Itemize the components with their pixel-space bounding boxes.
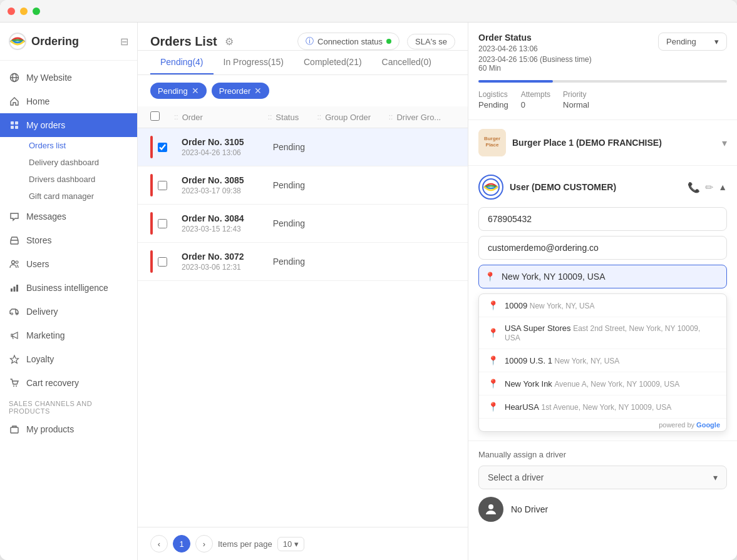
pin-icon-2: 📍 (488, 355, 498, 365)
order-status-3072: Pending (273, 257, 316, 267)
select-driver-dropdown[interactable]: Select a driver ▾ (478, 466, 727, 489)
autocomplete-main-0: 10009 New York, NY, USA (505, 301, 595, 310)
items-per-page-control: Items per page 10 ▾ (218, 537, 304, 551)
order-date-2: 2023-04-26 15:06 (Business time) (478, 55, 592, 64)
minimize-button[interactable] (20, 8, 28, 15)
tab-cancelled[interactable]: Cancelled(0) (372, 51, 441, 74)
per-page-chevron: ▾ (294, 539, 299, 549)
customer-chevron-up-icon[interactable]: ▲ (718, 182, 727, 192)
autocomplete-content-4: HearUSA 1st Avenue, New York, NY 10009, … (505, 402, 671, 412)
sidebar-item-marketing[interactable]: Marketing (0, 323, 137, 347)
franchise-name: Burger Place 1 (DEMO FRANCHISE) (512, 138, 716, 148)
orders-header: Orders List ⚙ ⓘ Connection status SLA's … (138, 23, 468, 51)
franchise-chevron-icon[interactable]: ▾ (722, 137, 727, 149)
tab-pending[interactable]: Pending(4) (150, 51, 214, 74)
attempts-item: Attempts 0 (521, 90, 550, 109)
ordering-logo-icon (9, 33, 26, 50)
edit-icon[interactable]: ✏ (705, 181, 713, 193)
customer-phone-field[interactable]: 678905432 (478, 207, 727, 231)
cart-icon (9, 377, 20, 389)
sidebar-item-loyalty[interactable]: Loyalty (0, 347, 137, 371)
address-input[interactable] (478, 265, 727, 288)
tab-in-progress[interactable]: In Progress(15) (214, 51, 294, 74)
sidebar-item-drivers-dashboard[interactable]: Drivers dashboard (20, 171, 137, 188)
svg-point-14 (11, 313, 13, 315)
customer-details: 678905432 customerdemo@ordering.co 📍 📍 (478, 207, 727, 432)
sidebar-item-my-orders[interactable]: My orders (0, 113, 137, 137)
autocomplete-item-0[interactable]: 📍 10009 New York, NY, USA (479, 294, 726, 317)
address-input-row: 📍 (478, 265, 727, 288)
page-1-button[interactable]: 1 (173, 535, 190, 552)
order-status-dropdown[interactable]: Pending ▾ (658, 33, 727, 51)
sidebar-item-stores[interactable]: Stores (0, 228, 137, 252)
title-bar (0, 0, 737, 23)
customer-email-field[interactable]: customerdemo@ordering.co (478, 236, 727, 260)
autocomplete-item-2[interactable]: 📍 10009 U.S. 1 New York, NY, USA (479, 349, 726, 372)
sidebar-item-messages[interactable]: Messages (0, 205, 137, 228)
sidebar-item-business-intelligence[interactable]: Business intelligence (0, 276, 137, 300)
pending-filter-chip[interactable]: Pending ✕ (150, 83, 207, 99)
close-button[interactable] (8, 8, 15, 15)
sidebar-item-my-products[interactable]: My products (0, 417, 137, 441)
sidebar-item-my-website[interactable]: My Website (0, 66, 137, 89)
order-check-3105 (158, 143, 177, 152)
customer-name: User (DEMO CUSTOMER) (510, 182, 681, 192)
sidebar-item-home[interactable]: Home (0, 89, 137, 113)
tab-completed[interactable]: Completed(21) (294, 51, 372, 74)
next-page-button[interactable]: › (195, 535, 213, 552)
pending-filter-label: Pending (158, 86, 188, 96)
connection-status-badge[interactable]: ⓘ Connection status (297, 33, 399, 50)
maximize-button[interactable] (33, 8, 40, 15)
app-body: Ordering ⊟ My Website (0, 23, 737, 560)
progress-fill (478, 80, 553, 83)
sidebar-item-business-intelligence-label: Business intelligence (26, 283, 108, 293)
per-page-select[interactable]: 10 ▾ (277, 537, 304, 551)
globe-icon (9, 72, 20, 83)
settings-icon[interactable]: ⚙ (225, 36, 234, 48)
order-row-3085[interactable]: Order No. 3085 2023-03-17 09:38 Pending (138, 166, 468, 205)
prev-page-button[interactable]: ‹ (150, 535, 168, 552)
pin-icon-1: 📍 (488, 328, 498, 338)
sla-badge: SLA's se (407, 34, 455, 49)
status-header-row: Order Status 2023-04-26 13:06 2023-04-26… (478, 33, 727, 73)
sidebar-collapse-button[interactable]: ⊟ (120, 36, 128, 48)
order-date-1: 2023-04-26 13:06 (478, 44, 592, 53)
sales-channels-section-label: Sales channels and products (0, 395, 137, 417)
sidebar-item-delivery[interactable]: Delivery (0, 300, 137, 323)
phone-icon[interactable]: 📞 (688, 181, 700, 193)
svg-rect-4 (11, 121, 14, 125)
logo-text: Ordering (31, 35, 79, 48)
sidebar-item-cart-recovery[interactable]: Cart recovery (0, 371, 137, 395)
sidebar-item-messages-label: Messages (26, 211, 66, 221)
order-date-3085: 2023-03-17 09:38 (182, 186, 268, 195)
order-checkbox-3105[interactable] (158, 143, 167, 152)
logistics-value: Pending (478, 100, 508, 109)
order-number-3084: Order No. 3084 (182, 213, 268, 223)
order-checkbox-3084[interactable] (158, 219, 167, 228)
pagination-row: ‹ 1 › Items per page 10 ▾ (138, 527, 468, 560)
order-row-3084[interactable]: Order No. 3084 2023-03-15 12:43 Pending (138, 205, 468, 243)
sidebar-item-delivery-dashboard[interactable]: Delivery dashboard (20, 154, 137, 171)
pin-icon-3: 📍 (488, 379, 498, 389)
preorder-filter-chip[interactable]: Preorder ✕ (212, 83, 270, 99)
autocomplete-item-1[interactable]: 📍 USA Super Stores East 2nd Street, New … (479, 317, 726, 349)
preorder-filter-remove[interactable]: ✕ (254, 86, 262, 96)
order-checkbox-3072[interactable] (158, 257, 167, 267)
order-checkbox-3085[interactable] (158, 181, 167, 190)
sidebar-item-marketing-label: Marketing (26, 330, 64, 340)
sidebar-item-orders-list[interactable]: Orders list (20, 137, 137, 154)
order-row-3072[interactable]: Order No. 3072 2023-03-06 12:31 Pending (138, 243, 468, 281)
order-status-title: Order Status (478, 33, 592, 43)
order-indicator-3072 (150, 250, 153, 273)
order-row-3105[interactable]: Order No. 3105 2023-04-26 13:06 Pending (138, 128, 468, 166)
autocomplete-item-4[interactable]: 📍 HearUSA 1st Avenue, New York, NY 10009… (479, 395, 726, 419)
sidebar-item-users[interactable]: Users (0, 252, 137, 276)
attempts-value: 0 (521, 100, 550, 109)
select-all-checkbox[interactable] (150, 111, 160, 121)
sidebar-item-gift-card-manager[interactable]: Gift card manager (20, 188, 137, 205)
svg-rect-12 (14, 287, 16, 292)
pending-filter-remove[interactable]: ✕ (192, 86, 199, 96)
delivery-icon (9, 306, 20, 317)
autocomplete-item-3[interactable]: 📍 New York Ink Avenue A, New York, NY 10… (479, 372, 726, 395)
sub-navigation: Orders list Delivery dashboard Drivers d… (0, 137, 137, 205)
